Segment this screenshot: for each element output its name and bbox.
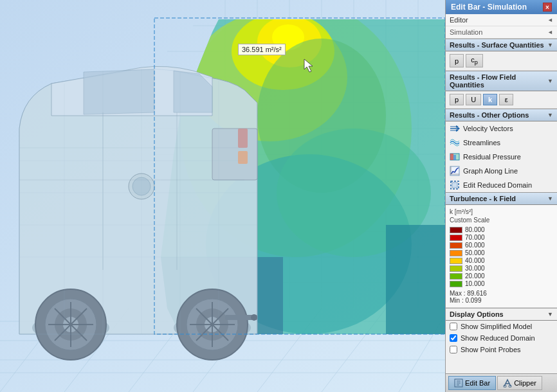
show-reduced-domain-label: Show Reduced Domain — [461, 334, 535, 342]
flow-btn-u[interactable]: U — [466, 94, 481, 105]
legend-section-label: Turbulence - k Field — [450, 195, 516, 202]
editor-label: Editor — [450, 16, 468, 24]
surface-section-label: Results - Surface Quantities — [450, 41, 544, 49]
edit-reduced-domain-item[interactable]: Edit Reduced Domain — [446, 178, 557, 192]
min-label: Min : — [450, 297, 464, 304]
surface-btn-p[interactable]: p — [450, 54, 464, 67]
flow-btn-k[interactable]: k — [483, 94, 497, 105]
show-simplified-model-row: Show Simplified Model — [446, 321, 557, 332]
show-simplified-model-label: Show Simplified Model — [461, 323, 532, 330]
show-point-probes-label: Show Point Probes — [461, 346, 521, 353]
legend-bar-6: 30.000 — [450, 265, 553, 272]
swatch-80 — [450, 227, 462, 233]
title-bar: Edit Bar - Simulation × — [446, 0, 557, 14]
svg-rect-89 — [452, 183, 457, 188]
legend-bar-2: 70.000 — [450, 234, 553, 241]
label-10: 10.000 — [465, 280, 485, 287]
clipper-button[interactable]: Clipper — [497, 376, 542, 390]
legend-bar-1: 80.000 — [450, 226, 553, 233]
svg-rect-83 — [450, 154, 453, 160]
bottom-toolbar: Edit Bar Clipper — [446, 373, 557, 392]
other-section-header[interactable]: Results - Other Options ▼ — [446, 109, 557, 121]
editor-arrow: ◄ — [547, 17, 553, 23]
swatch-30 — [450, 265, 462, 272]
streamlines-item[interactable]: Streamlines — [446, 136, 557, 150]
svg-marker-77 — [457, 127, 460, 130]
residual-pressure-item[interactable]: Residual Pressure — [446, 150, 557, 164]
streamlines-icon — [450, 138, 460, 148]
other-arrow: ▼ — [547, 112, 553, 118]
display-options-header[interactable]: Display Options ▼ — [446, 308, 557, 321]
legend-arrow: ▼ — [547, 195, 553, 202]
flow-btn-eps[interactable]: ε — [499, 94, 513, 105]
velocity-vectors-label: Velocity Vectors — [463, 125, 513, 132]
legend-scale: Custom Scale — [450, 217, 553, 224]
svg-rect-64 — [238, 129, 248, 148]
swatch-10 — [450, 281, 462, 287]
other-section-label: Results - Other Options — [450, 111, 529, 119]
max-label: Max : — [450, 290, 465, 297]
label-50: 50.000 — [465, 249, 485, 256]
swatch-40 — [450, 258, 462, 264]
legend-stats: Max : 89.616 Min : 0.099 — [450, 290, 553, 304]
simulation-arrow: ◄ — [547, 29, 553, 35]
legend-bar-4: 50.000 — [450, 249, 553, 256]
simulation-viewport[interactable]: 36.591 m²/s² — [0, 0, 445, 392]
residual-icon — [450, 152, 460, 162]
max-value: 89.616 — [467, 290, 487, 297]
svg-rect-84 — [453, 155, 456, 160]
display-options-arrow: ▼ — [547, 311, 553, 317]
simulation-value: Simulation — [450, 28, 482, 36]
show-reduced-domain-row: Show Reduced Domain — [446, 332, 557, 344]
editor-row[interactable]: Editor ◄ — [446, 14, 557, 26]
legend-section: k [m²/s²] Custom Scale 80.000 70.000 60.… — [446, 205, 557, 308]
edit-bar-icon — [454, 379, 463, 388]
legend-bar-5: 40.000 — [450, 257, 553, 264]
close-button[interactable]: × — [543, 3, 552, 12]
surface-arrow: ▼ — [547, 42, 553, 48]
min-value: 0.099 — [465, 297, 481, 304]
flow-btn-p[interactable]: p — [450, 94, 464, 105]
show-point-probes-checkbox[interactable] — [450, 346, 457, 353]
residual-pressure-label: Residual Pressure — [463, 153, 521, 161]
graph-along-line-label: Graph Along Line — [463, 167, 518, 175]
edit-bar-button[interactable]: Edit Bar — [448, 376, 496, 390]
show-point-probes-row: Show Point Probes — [446, 344, 557, 355]
label-80: 80.000 — [465, 226, 485, 233]
right-panel: Edit Bar - Simulation × Editor ◄ Simulat… — [445, 0, 557, 392]
label-40: 40.000 — [465, 257, 485, 264]
clipper-label: Clipper — [514, 379, 536, 387]
label-30: 30.000 — [465, 265, 485, 272]
edit-bar-label: Edit Bar — [465, 379, 490, 387]
label-20: 20.000 — [465, 272, 485, 280]
simulation-row[interactable]: Simulation ◄ — [446, 26, 557, 39]
svg-point-63 — [251, 314, 257, 321]
velocity-vectors-item[interactable]: Velocity Vectors — [446, 121, 557, 136]
flow-button-row: p U k ε — [446, 91, 557, 109]
flow-section-label: Results - Flow Field Quantities — [450, 73, 547, 89]
surface-button-row: p cp — [446, 51, 557, 71]
legend-bar-8: 10.000 — [450, 280, 553, 287]
swatch-70 — [450, 235, 462, 241]
legend-bar-7: 20.000 — [450, 272, 553, 280]
clipper-icon — [503, 379, 512, 388]
streamlines-label: Streamlines — [463, 139, 500, 147]
surface-section-header[interactable]: Results - Surface Quantities ▼ — [446, 39, 557, 51]
svg-rect-65 — [238, 151, 248, 164]
domain-icon — [450, 180, 460, 190]
show-simplified-model-checkbox[interactable] — [450, 323, 457, 330]
label-70: 70.000 — [465, 234, 485, 241]
legend-title: k [m²/s²] — [450, 208, 553, 215]
graph-icon — [450, 166, 460, 176]
surface-btn-cp[interactable]: cp — [466, 54, 483, 67]
label-60: 60.000 — [465, 242, 485, 249]
swatch-50 — [450, 250, 462, 256]
show-reduced-domain-checkbox[interactable] — [450, 334, 457, 342]
swatch-60 — [450, 242, 462, 249]
flow-section-header[interactable]: Results - Flow Field Quantities ▼ — [446, 71, 557, 91]
graph-along-line-item[interactable]: Graph Along Line — [446, 164, 557, 178]
swatch-20 — [450, 273, 462, 280]
legend-section-header[interactable]: Turbulence - k Field ▼ — [446, 192, 557, 205]
panel-scroll[interactable]: Editor ◄ Simulation ◄ Results - Surface … — [446, 14, 557, 373]
edit-reduced-domain-label: Edit Reduced Domain — [463, 181, 532, 189]
